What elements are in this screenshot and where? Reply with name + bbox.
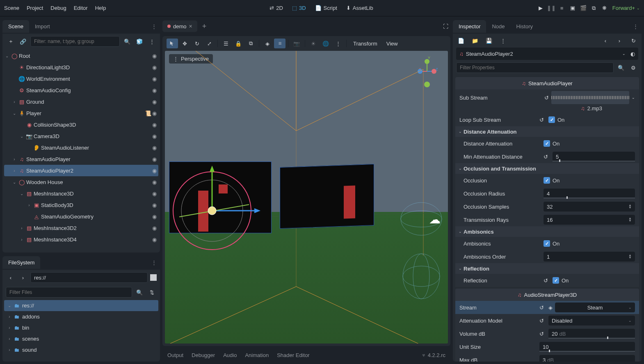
expand-toggle[interactable]: › xyxy=(7,348,12,352)
expand-toggle[interactable]: ⌄ xyxy=(11,111,17,116)
insp-tools-icon[interactable]: ⚙ xyxy=(628,63,638,73)
tree-row[interactable]: ›♫SteamAudioPlayer2◉ xyxy=(4,165,158,176)
reset-icon[interactable]: ↺ xyxy=(544,154,550,160)
insp-history-menu[interactable]: ↻ xyxy=(628,36,638,46)
class-header-steamaudioplayer[interactable]: ♫ SteamAudioPlayer xyxy=(455,77,639,89)
insp-history-back[interactable]: ‹ xyxy=(601,36,610,46)
fs-forward-button[interactable]: › xyxy=(18,273,28,282)
chevron-down-icon[interactable]: ⌄ xyxy=(632,96,635,100)
mode-3d[interactable]: ⬚ 3D xyxy=(289,3,309,13)
expand-toggle[interactable]: ⌄ xyxy=(19,191,25,196)
mode-2d[interactable]: ⇄ 2D xyxy=(266,3,286,13)
scene-tree[interactable]: ⌄◯Root◉☀DirectionalLight3D◉🌐WorldEnviron… xyxy=(2,49,160,253)
visibility-toggle-icon[interactable]: ◉ xyxy=(152,122,157,128)
occ-radius-spinbox[interactable]: 4 xyxy=(544,189,635,198)
transform-gizmo[interactable] xyxy=(171,164,261,262)
insp-search-icon[interactable]: 🔍 xyxy=(616,63,626,73)
menu-help[interactable]: Help xyxy=(95,5,106,11)
expand-toggle[interactable]: ⌄ xyxy=(4,54,10,58)
visibility-toggle-icon[interactable]: ◉ xyxy=(152,133,157,139)
list-select-tool[interactable]: ☰ xyxy=(220,39,232,48)
tab-import[interactable]: Import xyxy=(29,20,56,33)
fs-row[interactable]: ›🖿scenes xyxy=(4,333,158,344)
reset-icon[interactable]: ↺ xyxy=(544,95,549,101)
tree-row[interactable]: ›▧MeshInstance3D2◉ xyxy=(4,222,158,234)
scene-filter-input[interactable] xyxy=(30,36,120,47)
instance-scene-button[interactable]: 🔗 xyxy=(18,36,28,46)
insp-load-button[interactable]: 📁 xyxy=(470,36,480,46)
tree-row[interactable]: ⌄▧MeshInstance3D◉ xyxy=(4,188,158,199)
tree-row[interactable]: ›▧MeshInstance3D4◉ xyxy=(4,234,158,245)
fs-row[interactable]: ›🖿bin xyxy=(4,322,158,333)
occlusion-checkbox[interactable] xyxy=(544,177,550,184)
add-node-button[interactable]: ＋ xyxy=(6,36,16,46)
scene-tab-demo[interactable]: demo × xyxy=(162,20,197,32)
transform-menu[interactable]: Transform xyxy=(349,39,381,48)
visibility-toggle-icon[interactable]: ◉ xyxy=(152,225,157,231)
visibility-toggle-icon[interactable]: ◉ xyxy=(152,99,157,105)
fs-back-button[interactable]: ‹ xyxy=(6,273,16,282)
distance-atten-checkbox[interactable] xyxy=(544,140,550,147)
visibility-toggle-icon[interactable]: ◉ xyxy=(152,76,157,82)
scale-tool[interactable]: ⤢ xyxy=(203,39,215,48)
visibility-toggle-icon[interactable]: ◉ xyxy=(152,191,157,197)
menu-debug[interactable]: Debug xyxy=(50,5,66,11)
render-mode-dropdown[interactable]: Forward+ ⌄ xyxy=(612,5,640,11)
rotate-tool[interactable]: ↻ xyxy=(191,39,203,48)
expand-toggle[interactable]: › xyxy=(7,314,12,319)
min-atten-spinbox[interactable]: 5 xyxy=(553,152,635,162)
bottom-tab-output[interactable]: Output xyxy=(167,352,183,358)
snap-tool[interactable]: ⌗ xyxy=(274,39,285,48)
fs-path-input[interactable]: res:// xyxy=(30,272,148,283)
view-menu[interactable]: View xyxy=(382,39,402,48)
expand-toggle[interactable]: › xyxy=(11,100,17,104)
fs-sort-button[interactable]: ⇅ xyxy=(147,287,157,297)
visibility-toggle-icon[interactable]: ◉ xyxy=(152,87,157,93)
play-custom-button[interactable]: ❋ xyxy=(601,5,608,12)
inspector-filter-input[interactable] xyxy=(456,62,614,73)
visibility-toggle-icon[interactable]: ◉ xyxy=(152,110,157,116)
script-warning-icon[interactable]: 📜 xyxy=(145,110,151,116)
camera-preview-tool[interactable]: 📷 xyxy=(291,39,302,48)
visibility-toggle-icon[interactable]: ◉ xyxy=(152,156,157,162)
play-scene-button[interactable]: ⧉ xyxy=(590,5,598,12)
reset-icon[interactable]: ↺ xyxy=(544,278,550,284)
section-ambisonics[interactable]: ⌄ Ambisonics xyxy=(455,226,639,237)
tree-row[interactable]: ⌄📷Camera3D◉ xyxy=(4,130,158,142)
reflection-checkbox[interactable] xyxy=(553,277,559,284)
inspected-node-field[interactable]: ♫ SteamAudioPlayer2 ⌄ ◐ xyxy=(456,48,638,60)
pause-button[interactable]: ❚❚ xyxy=(548,5,555,12)
expand-toggle[interactable]: › xyxy=(19,226,25,230)
menu-editor[interactable]: Editor xyxy=(74,5,88,11)
select-tool[interactable] xyxy=(167,39,178,48)
fs-filter-input[interactable] xyxy=(6,287,132,298)
expand-toggle[interactable]: ⌄ xyxy=(19,134,25,139)
fs-row[interactable]: ›🖿sound xyxy=(4,344,158,355)
fs-row[interactable]: ⌄🖿res:// xyxy=(4,300,158,311)
atten-model-dropdown[interactable]: Disabled ⌄ xyxy=(548,316,635,325)
viewport-3d[interactable]: ⋮ Perspective Y X Z xyxy=(165,51,448,344)
unit-size-spinbox[interactable]: 10 xyxy=(539,342,635,352)
distraction-free-button[interactable]: ⛶ xyxy=(441,21,450,31)
expand-toggle[interactable]: › xyxy=(7,325,12,330)
stream-dropdown[interactable]: Steam ⌄ xyxy=(555,303,635,312)
bottom-tab-shader[interactable]: Shader Editor xyxy=(277,352,310,358)
reset-icon[interactable]: ↺ xyxy=(539,331,546,337)
lock-tool[interactable]: 🔒 xyxy=(233,39,244,48)
play-button[interactable]: ▶ xyxy=(537,5,544,12)
fs-dock-menu-icon[interactable]: ⋮ xyxy=(148,259,160,266)
amb-order-spinbox[interactable]: 1 ▲▼ xyxy=(544,252,635,262)
class-header-audiostreamplayer3d[interactable]: ♫ AudioStreamPlayer3D xyxy=(455,289,639,301)
menu-scene[interactable]: Scene xyxy=(4,5,19,11)
mode-assetlib[interactable]: ⬇ AssetLib xyxy=(343,3,377,13)
tree-row[interactable]: ◬SteamAudioGeometry◉ xyxy=(4,211,158,222)
insp-new-button[interactable]: 📄 xyxy=(456,36,466,46)
insp-history-fwd[interactable]: › xyxy=(614,36,624,46)
tree-row[interactable]: ⚙SteamAudioConfig◉ xyxy=(4,84,158,96)
expand-toggle[interactable]: › xyxy=(26,203,32,207)
expand-toggle[interactable]: › xyxy=(7,337,12,341)
tree-row[interactable]: ⌄◯Wooden House◉ xyxy=(4,176,158,188)
ambisonics-checkbox[interactable] xyxy=(544,240,550,247)
fs-search-icon[interactable]: 🔍 xyxy=(135,287,144,297)
expand-toggle[interactable]: ⌄ xyxy=(11,180,17,184)
